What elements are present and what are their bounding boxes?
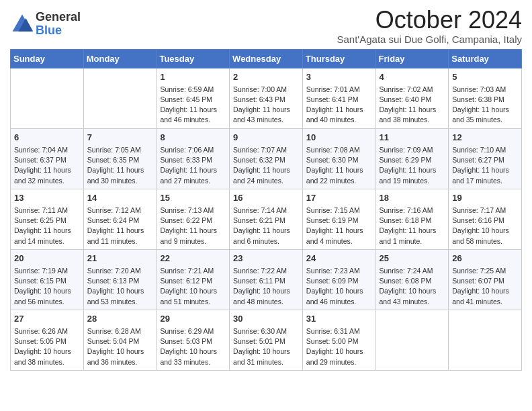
table-row: 20Sunrise: 7:19 AM Sunset: 6:15 PM Dayli… <box>11 249 84 310</box>
day-info: Sunrise: 7:19 AM Sunset: 6:15 PM Dayligh… <box>14 266 80 307</box>
logo: General Blue <box>10 11 81 38</box>
table-row: 26Sunrise: 7:25 AM Sunset: 6:07 PM Dayli… <box>449 249 522 310</box>
day-number: 7 <box>87 132 153 144</box>
day-number: 5 <box>452 71 518 83</box>
day-number: 21 <box>87 253 153 265</box>
table-row <box>83 68 157 128</box>
calendar-header-row: Sunday Monday Tuesday Wednesday Thursday… <box>11 49 522 68</box>
day-info: Sunrise: 7:20 AM Sunset: 6:13 PM Dayligh… <box>87 266 153 307</box>
day-info: Sunrise: 6:30 AM Sunset: 5:01 PM Dayligh… <box>233 326 299 367</box>
day-info: Sunrise: 7:11 AM Sunset: 6:25 PM Dayligh… <box>14 205 80 246</box>
calendar-table: Sunday Monday Tuesday Wednesday Thursday… <box>10 49 522 371</box>
day-number: 28 <box>87 313 153 325</box>
day-number: 2 <box>233 71 299 83</box>
day-number: 16 <box>233 192 299 204</box>
day-number: 27 <box>14 313 80 325</box>
day-number: 24 <box>306 253 372 265</box>
day-number: 17 <box>306 192 372 204</box>
location: Sant'Agata sui Due Golfi, Campania, Ital… <box>337 34 522 45</box>
day-number: 26 <box>452 253 518 265</box>
table-row: 24Sunrise: 7:23 AM Sunset: 6:09 PM Dayli… <box>302 249 375 310</box>
table-row: 21Sunrise: 7:20 AM Sunset: 6:13 PM Dayli… <box>83 249 157 310</box>
table-row: 30Sunrise: 6:30 AM Sunset: 5:01 PM Dayli… <box>230 310 303 370</box>
table-row: 29Sunrise: 6:29 AM Sunset: 5:03 PM Dayli… <box>157 310 230 370</box>
day-info: Sunrise: 7:09 AM Sunset: 6:29 PM Dayligh… <box>380 145 445 186</box>
day-number: 6 <box>14 132 80 144</box>
day-info: Sunrise: 7:25 AM Sunset: 6:07 PM Dayligh… <box>452 266 518 307</box>
day-info: Sunrise: 6:59 AM Sunset: 6:45 PM Dayligh… <box>160 85 226 126</box>
day-info: Sunrise: 7:21 AM Sunset: 6:12 PM Dayligh… <box>160 266 226 307</box>
day-info: Sunrise: 7:00 AM Sunset: 6:43 PM Dayligh… <box>233 85 299 126</box>
day-number: 1 <box>160 71 226 83</box>
table-row: 5Sunrise: 7:03 AM Sunset: 6:38 PM Daylig… <box>449 68 522 128</box>
day-number: 30 <box>233 313 299 325</box>
day-number: 22 <box>160 253 226 265</box>
table-row: 9Sunrise: 7:07 AM Sunset: 6:32 PM Daylig… <box>230 128 303 189</box>
col-sunday: Sunday <box>11 49 84 68</box>
table-row: 22Sunrise: 7:21 AM Sunset: 6:12 PM Dayli… <box>157 249 230 310</box>
day-info: Sunrise: 7:23 AM Sunset: 6:09 PM Dayligh… <box>306 266 372 307</box>
day-number: 15 <box>160 192 226 204</box>
day-info: Sunrise: 7:03 AM Sunset: 6:38 PM Dayligh… <box>452 85 518 126</box>
day-info: Sunrise: 6:28 AM Sunset: 5:04 PM Dayligh… <box>87 326 153 367</box>
day-number: 23 <box>233 253 299 265</box>
day-info: Sunrise: 7:05 AM Sunset: 6:35 PM Dayligh… <box>87 145 153 186</box>
day-info: Sunrise: 6:26 AM Sunset: 5:05 PM Dayligh… <box>14 326 80 367</box>
day-info: Sunrise: 7:04 AM Sunset: 6:37 PM Dayligh… <box>14 145 80 186</box>
col-wednesday: Wednesday <box>230 49 303 68</box>
day-info: Sunrise: 7:06 AM Sunset: 6:33 PM Dayligh… <box>160 145 226 186</box>
day-info: Sunrise: 6:31 AM Sunset: 5:00 PM Dayligh… <box>306 326 372 367</box>
table-row: 19Sunrise: 7:17 AM Sunset: 6:16 PM Dayli… <box>449 189 522 249</box>
table-row: 4Sunrise: 7:02 AM Sunset: 6:40 PM Daylig… <box>375 68 449 128</box>
day-number: 18 <box>380 192 445 204</box>
col-tuesday: Tuesday <box>157 49 230 68</box>
table-row: 6Sunrise: 7:04 AM Sunset: 6:37 PM Daylig… <box>11 128 84 189</box>
day-info: Sunrise: 7:16 AM Sunset: 6:18 PM Dayligh… <box>380 205 445 246</box>
day-number: 14 <box>87 192 153 204</box>
col-monday: Monday <box>83 49 157 68</box>
table-row <box>375 310 449 370</box>
table-row: 17Sunrise: 7:15 AM Sunset: 6:19 PM Dayli… <box>302 189 375 249</box>
day-info: Sunrise: 7:02 AM Sunset: 6:40 PM Dayligh… <box>380 85 445 126</box>
table-row: 2Sunrise: 7:00 AM Sunset: 6:43 PM Daylig… <box>230 68 303 128</box>
day-info: Sunrise: 7:07 AM Sunset: 6:32 PM Dayligh… <box>233 145 299 186</box>
day-number: 13 <box>14 192 80 204</box>
day-info: Sunrise: 7:08 AM Sunset: 6:30 PM Dayligh… <box>306 145 372 186</box>
table-row: 25Sunrise: 7:24 AM Sunset: 6:08 PM Dayli… <box>375 249 449 310</box>
day-number: 4 <box>380 71 445 83</box>
table-row <box>11 68 84 128</box>
calendar-week-row: 27Sunrise: 6:26 AM Sunset: 5:05 PM Dayli… <box>11 310 522 370</box>
table-row: 13Sunrise: 7:11 AM Sunset: 6:25 PM Dayli… <box>11 189 84 249</box>
table-row: 28Sunrise: 6:28 AM Sunset: 5:04 PM Dayli… <box>83 310 157 370</box>
table-row: 27Sunrise: 6:26 AM Sunset: 5:05 PM Dayli… <box>11 310 84 370</box>
day-number: 20 <box>14 253 80 265</box>
calendar-week-row: 20Sunrise: 7:19 AM Sunset: 6:15 PM Dayli… <box>11 249 522 310</box>
day-number: 3 <box>306 71 372 83</box>
table-row: 12Sunrise: 7:10 AM Sunset: 6:27 PM Dayli… <box>449 128 522 189</box>
table-row: 15Sunrise: 7:13 AM Sunset: 6:22 PM Dayli… <box>157 189 230 249</box>
day-info: Sunrise: 6:29 AM Sunset: 5:03 PM Dayligh… <box>160 326 226 367</box>
header: General Blue October 2024 Sant'Agata sui… <box>10 7 522 45</box>
day-info: Sunrise: 7:15 AM Sunset: 6:19 PM Dayligh… <box>306 205 372 246</box>
day-number: 12 <box>452 132 518 144</box>
logo-general: General <box>36 11 81 24</box>
day-info: Sunrise: 7:12 AM Sunset: 6:24 PM Dayligh… <box>87 205 153 246</box>
day-info: Sunrise: 7:10 AM Sunset: 6:27 PM Dayligh… <box>452 145 518 186</box>
table-row: 18Sunrise: 7:16 AM Sunset: 6:18 PM Dayli… <box>375 189 449 249</box>
table-row: 11Sunrise: 7:09 AM Sunset: 6:29 PM Dayli… <box>375 128 449 189</box>
table-row: 7Sunrise: 7:05 AM Sunset: 6:35 PM Daylig… <box>83 128 157 189</box>
day-number: 10 <box>306 132 372 144</box>
table-row <box>449 310 522 370</box>
table-row: 31Sunrise: 6:31 AM Sunset: 5:00 PM Dayli… <box>302 310 375 370</box>
calendar-week-row: 1Sunrise: 6:59 AM Sunset: 6:45 PM Daylig… <box>11 68 522 128</box>
day-number: 29 <box>160 313 226 325</box>
calendar-week-row: 13Sunrise: 7:11 AM Sunset: 6:25 PM Dayli… <box>11 189 522 249</box>
day-number: 8 <box>160 132 226 144</box>
table-row: 23Sunrise: 7:22 AM Sunset: 6:11 PM Dayli… <box>230 249 303 310</box>
table-row: 16Sunrise: 7:14 AM Sunset: 6:21 PM Dayli… <box>230 189 303 249</box>
page: General Blue October 2024 Sant'Agata sui… <box>0 0 532 381</box>
table-row: 1Sunrise: 6:59 AM Sunset: 6:45 PM Daylig… <box>157 68 230 128</box>
col-thursday: Thursday <box>302 49 375 68</box>
logo-text: General Blue <box>36 11 81 38</box>
title-block: October 2024 Sant'Agata sui Due Golfi, C… <box>337 7 522 45</box>
